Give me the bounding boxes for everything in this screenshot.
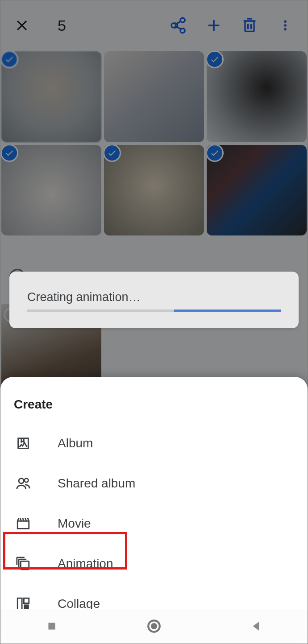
svg-point-7: [25, 479, 29, 483]
svg-rect-9: [17, 598, 22, 610]
svg-rect-10: [24, 598, 29, 603]
nav-recent-button[interactable]: [42, 617, 61, 636]
sheet-title: Create: [0, 390, 308, 423]
svg-point-14: [151, 623, 157, 629]
circle-icon: [146, 619, 162, 634]
menu-item-label: Movie: [58, 516, 91, 531]
svg-rect-12: [48, 623, 55, 629]
android-nav-bar: [0, 609, 308, 644]
album-icon: [16, 436, 31, 451]
nav-home-button[interactable]: [145, 617, 163, 636]
menu-item-label: Album: [58, 436, 93, 450]
square-icon: [46, 620, 58, 632]
svg-rect-8: [21, 561, 29, 569]
menu-item-label: Shared album: [58, 476, 135, 491]
svg-point-6: [19, 479, 24, 483]
menu-item-label: Animation: [58, 557, 113, 571]
progress-fill: [174, 310, 281, 312]
create-movie-item[interactable]: Movie: [0, 504, 308, 544]
nav-back-button[interactable]: [247, 617, 266, 636]
creating-animation-toast: Creating animation…: [9, 272, 299, 328]
progress-bar: [27, 310, 281, 312]
triangle-back-icon: [250, 619, 263, 633]
toast-message: Creating animation…: [27, 290, 281, 304]
create-bottom-sheet: Create Album Shared album Movie Animatio…: [0, 377, 308, 644]
create-animation-item[interactable]: Animation: [0, 544, 308, 584]
animation-icon: [16, 556, 31, 571]
create-album-item[interactable]: Album: [0, 423, 308, 463]
movie-icon: [16, 516, 31, 531]
create-shared-album-item[interactable]: Shared album: [0, 463, 308, 504]
shared-album-icon: [16, 476, 31, 491]
